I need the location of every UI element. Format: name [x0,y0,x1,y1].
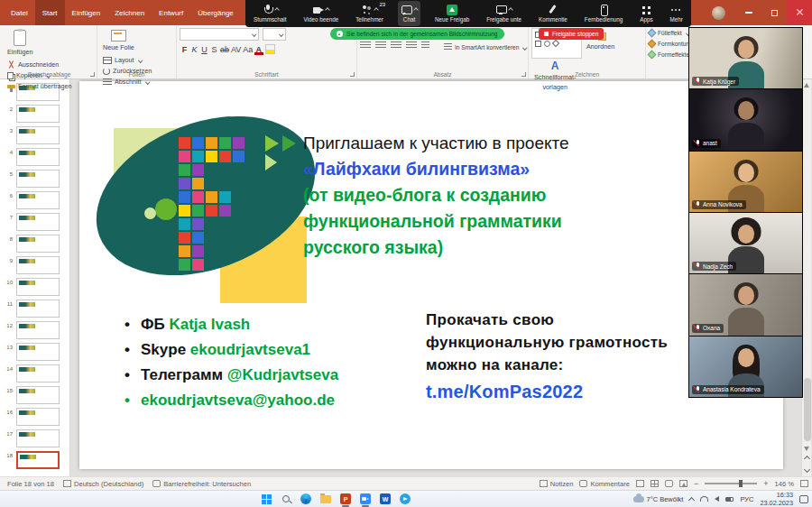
align-right-button[interactable] [391,41,401,50]
stop-share-button[interactable]: Freigabe stoppen [539,28,604,40]
participant-video[interactable]: Anastasia Kondrateva [689,336,802,397]
slide-thumbnail[interactable]: 17 [0,429,69,450]
taskbar-zoom-button[interactable] [359,493,372,505]
participant-video[interactable]: Anna Novikova [689,152,802,213]
apps-button[interactable]: Apps [637,1,655,26]
strikethrough-button[interactable]: ab [219,43,230,55]
scroll-down-icon[interactable] [804,447,809,451]
align-left-button[interactable] [360,41,371,50]
zoom-out-button[interactable]: − [694,480,698,487]
slide-thumbnail[interactable]: 2 [0,104,69,125]
slide-sorter-view-button[interactable] [651,480,659,487]
zoom-slider-knob[interactable] [739,480,743,487]
slide-thumbnail[interactable]: 15 [0,385,69,407]
slide-thumbnail-selected[interactable]: 18 [0,450,69,472]
slide-thumbnail[interactable]: 5 [0,169,69,190]
slide-thumbnail[interactable]: 10 [0,277,69,299]
tab-datei[interactable]: Datei [4,0,35,25]
smartart-convert-button[interactable]: In SmartArt konvertieren [444,43,527,51]
participants-button[interactable]: 23Teilnehmer [353,1,386,26]
shadow-button[interactable]: S [209,43,219,55]
mute-button[interactable]: Stummschalt [251,1,289,26]
tab-zeichnen[interactable]: Zeichnen [107,0,152,25]
pause-share-button[interactable]: Freigabe unte [484,1,524,26]
taskbar-powerpoint-button[interactable] [339,493,352,505]
chat-button[interactable]: Chat [398,1,420,26]
weather-widget[interactable]: 7°C Bewölkt [633,495,684,503]
language-selector[interactable]: Deutsch (Deutschland) [63,480,143,488]
taskbar-word-button[interactable] [379,493,392,505]
cut-button[interactable]: Ausschneiden [7,60,72,69]
columns-button[interactable] [421,41,429,50]
zoom-slider[interactable] [705,483,757,484]
participant-video[interactable]: anast [689,89,802,151]
taskbar-search-button[interactable] [280,493,292,505]
participant-video[interactable]: Katja Krüger [689,28,802,89]
section-button[interactable]: Abschnitt [103,78,152,86]
change-case-button[interactable]: Aa [242,43,254,55]
taskbar-telegram-button[interactable] [399,493,411,505]
slide-thumbnail[interactable]: 3 [0,125,69,147]
taskbar-explorer-button[interactable] [319,493,332,505]
layout-button[interactable]: Layout [103,56,152,64]
accessibility-checker[interactable]: Barrierefreiheit: Untersuchen [152,480,251,488]
font-size-select[interactable] [263,28,286,41]
previous-slide-button[interactable] [803,453,811,464]
italic-button[interactable]: K [189,43,199,55]
slide-canvas[interactable]: Приглашаем к участию в проекте «Лайфхаки… [79,81,783,469]
maximize-button[interactable] [761,0,787,25]
scrollbar-thumb[interactable] [804,378,811,441]
reading-view-button[interactable] [665,480,673,487]
character-spacing-button[interactable]: AV [230,43,242,55]
zoom-level[interactable]: 146 % [774,480,794,488]
wifi-icon[interactable] [700,496,708,502]
notes-toggle[interactable]: Notizen [540,480,574,488]
clock[interactable]: 16:3323.02.2023 [760,491,793,507]
slide-thumbnail[interactable]: 6 [0,190,69,212]
font-name-select[interactable] [180,28,259,41]
underline-button[interactable]: U [199,43,209,55]
slide-thumbnail[interactable]: 12 [0,320,69,342]
more-button[interactable]: Mehr [668,1,686,26]
volume-icon[interactable] [715,496,719,502]
dialog-launcher-icon[interactable] [350,72,355,77]
slide-thumbnail[interactable]: 16 [0,407,69,429]
normal-view-button[interactable] [636,480,644,487]
notification-icon[interactable] [799,495,808,503]
new-share-button[interactable]: Neue Freigab [432,1,472,26]
dialog-launcher-icon[interactable] [90,72,95,77]
slideshow-view-button[interactable] [679,480,687,487]
bold-button[interactable]: F [180,43,189,55]
stop-video-button[interactable]: Video beende [300,1,341,26]
slide-thumbnail[interactable]: 13 [0,342,69,364]
slide-thumbnail[interactable]: 8 [0,234,69,255]
slide-thumbnail[interactable]: 14 [0,364,69,385]
start-button[interactable] [260,493,272,505]
slide-thumbnail[interactable]: 9 [0,255,69,277]
battery-icon[interactable] [725,497,734,502]
slide-thumbnail[interactable]: 7 [0,212,69,234]
align-center-button[interactable] [375,41,386,50]
minimize-button[interactable] [736,0,761,25]
dialog-launcher-icon[interactable] [521,72,526,77]
fit-slide-button[interactable] [800,480,808,487]
scrollbar-track[interactable] [802,89,811,445]
tab-start[interactable]: Start [35,0,65,25]
tab-entwurf[interactable]: Entwurf [152,0,190,25]
user-avatar[interactable] [712,6,725,20]
slide-thumbnail[interactable]: 11 [0,299,69,320]
slide-thumbnail[interactable]: 4 [0,147,69,169]
scroll-up-icon[interactable] [804,83,809,88]
paste-button[interactable]: Einfügen [5,28,35,58]
tray-expand-icon[interactable] [688,496,695,502]
new-slide-button[interactable]: Neue Folie [100,28,137,53]
close-button[interactable] [787,0,812,25]
font-color-button[interactable]: A [254,45,263,54]
comments-toggle[interactable]: Kommentare [579,480,629,488]
participant-video[interactable]: Nadja Zech [689,213,802,274]
justify-button[interactable] [406,41,417,50]
zoom-in-button[interactable]: + [763,480,768,487]
tab-einfuegen[interactable]: Einfügen [65,0,108,25]
taskbar-browser-button[interactable] [300,493,312,505]
annotate-button[interactable]: Kommentie [536,1,570,26]
